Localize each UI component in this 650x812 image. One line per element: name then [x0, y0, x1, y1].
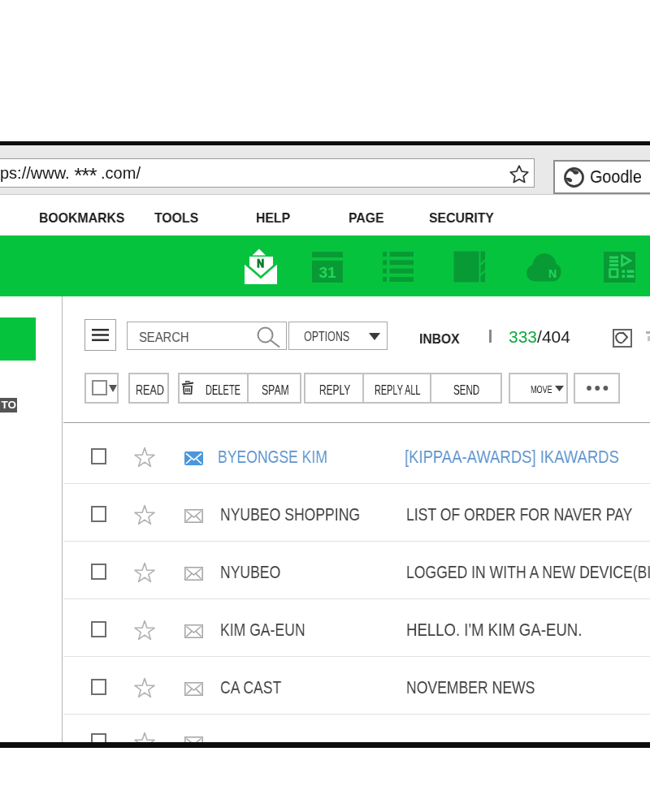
svg-text:N: N — [548, 267, 557, 280]
svg-text:31: 31 — [318, 264, 336, 281]
